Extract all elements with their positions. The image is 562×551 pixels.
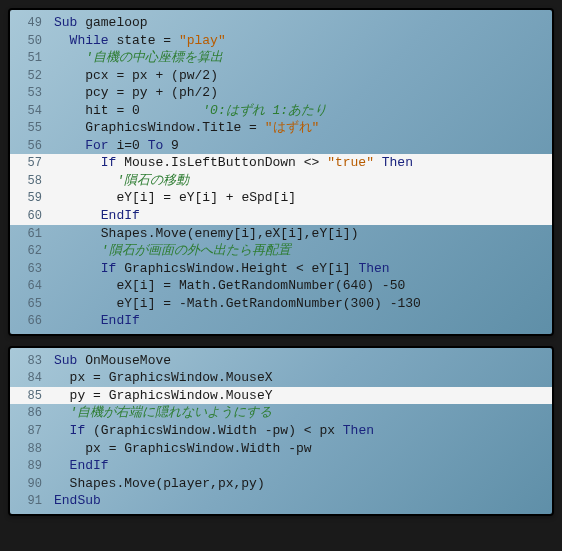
code-line[interactable]: 63 If GraphicsWindow.Height < eY[i] Then — [10, 260, 552, 278]
token-ident: eX — [116, 278, 132, 293]
token-ident: py — [70, 388, 86, 403]
code-content[interactable]: EndSub — [54, 492, 552, 510]
code-block-2: 83Sub OnMouseMove84 px = GraphicsWindow.… — [8, 346, 554, 516]
code-content[interactable]: Sub OnMouseMove — [54, 352, 552, 370]
line-number: 87 — [10, 423, 54, 439]
code-content[interactable]: px = GraphicsWindow.Width -pw — [54, 440, 552, 458]
code-line[interactable]: 53 pcy = py + (ph/2) — [10, 84, 552, 102]
token-num: 130 — [397, 296, 420, 311]
token-kw: Sub — [54, 353, 77, 368]
token-op: ( — [335, 278, 343, 293]
token-op: , — [257, 226, 265, 241]
code-content[interactable]: '隕石が画面の外へ出たら再配置 — [54, 242, 552, 260]
token-op: [ — [132, 296, 140, 311]
token-cmt: '0:はずれ 1:あたり — [202, 103, 327, 118]
token-op: ] — [288, 190, 296, 205]
token-ident: eY — [312, 226, 328, 241]
code-line[interactable]: 84 px = GraphicsWindow.MouseX — [10, 369, 552, 387]
code-line[interactable]: 90 Shapes.Move(player,px,py) — [10, 475, 552, 493]
code-line[interactable]: 49Sub gameloop — [10, 14, 552, 32]
token-ident: eX — [265, 226, 281, 241]
token-ident: i — [202, 190, 210, 205]
code-content[interactable]: px = GraphicsWindow.MouseX — [54, 369, 552, 387]
code-content[interactable]: '自機の中心座標を算出 — [54, 49, 552, 67]
token-ident: py — [132, 85, 148, 100]
line-number: 57 — [10, 155, 54, 171]
line-number: 86 — [10, 405, 54, 421]
line-number: 59 — [10, 190, 54, 206]
code-content[interactable]: If GraphicsWindow.Height < eY[i] Then — [54, 260, 552, 278]
code-content[interactable]: If (GraphicsWindow.Width -pw) < px Then — [54, 422, 552, 440]
code-line[interactable]: 57 If Mouse.IsLeftButtonDown <> "true" T… — [10, 154, 552, 172]
code-content[interactable]: If Mouse.IsLeftButtonDown <> "true" Then — [54, 154, 552, 172]
token-kw: EndSub — [54, 493, 101, 508]
code-line[interactable]: 50 While state = "play" — [10, 32, 552, 50]
code-line[interactable]: 54 hit = 0 '0:はずれ 1:あたり — [10, 102, 552, 120]
token-obj: GraphicsWindow — [109, 388, 218, 403]
code-content[interactable]: Sub gameloop — [54, 14, 552, 32]
token-ident: i — [288, 226, 296, 241]
code-line[interactable]: 89 EndIf — [10, 457, 552, 475]
code-content[interactable]: While state = "play" — [54, 32, 552, 50]
code-line[interactable]: 85 py = GraphicsWindow.MouseY — [10, 387, 552, 405]
token-op: [ — [327, 226, 335, 241]
line-number: 53 — [10, 85, 54, 101]
line-number: 58 — [10, 173, 54, 189]
code-content[interactable]: EndIf — [54, 457, 552, 475]
token-kw: Sub — [54, 15, 77, 30]
token-op: ) — [210, 68, 218, 83]
code-content[interactable]: py = GraphicsWindow.MouseY — [54, 387, 552, 405]
code-content[interactable]: pcx = px + (pw/2) — [54, 67, 552, 85]
code-content[interactable]: eY[i] = eY[i] + eSpd[i] — [54, 189, 552, 207]
code-line[interactable]: 62 '隕石が画面の外へ出たら再配置 — [10, 242, 552, 260]
code-line[interactable]: 61 Shapes.Move(enemy[i],eX[i],eY[i]) — [10, 225, 552, 243]
code-content[interactable]: EndIf — [54, 312, 552, 330]
code-content[interactable]: EndIf — [54, 207, 552, 225]
token-ident: pcy — [85, 85, 108, 100]
token-num: 640 — [343, 278, 366, 293]
line-number: 63 — [10, 261, 54, 277]
code-content[interactable]: hit = 0 '0:はずれ 1:あたり — [54, 102, 552, 120]
code-line[interactable]: 83Sub OnMouseMove — [10, 352, 552, 370]
code-line[interactable]: 60 EndIf — [10, 207, 552, 225]
code-line[interactable]: 65 eY[i] = -Math.GetRandomNumber(300) -1… — [10, 295, 552, 313]
line-number: 49 — [10, 15, 54, 31]
code-content[interactable]: Shapes.Move(player,px,py) — [54, 475, 552, 493]
code-content[interactable]: Shapes.Move(enemy[i],eX[i],eY[i]) — [54, 225, 552, 243]
code-line[interactable]: 58 '隕石の移動 — [10, 172, 552, 190]
code-content[interactable]: GraphicsWindow.Title = "はずれ" — [54, 119, 552, 137]
token-ident: i — [140, 296, 148, 311]
token-op: <> — [304, 155, 320, 170]
code-content[interactable]: '自機が右端に隠れないようにする — [54, 404, 552, 422]
token-ident: i — [140, 190, 148, 205]
code-line[interactable]: 56 For i=0 To 9 — [10, 137, 552, 155]
code-line[interactable]: 86 '自機が右端に隠れないようにする — [10, 404, 552, 422]
code-content[interactable]: '隕石の移動 — [54, 172, 552, 190]
code-line[interactable]: 51 '自機の中心座標を算出 — [10, 49, 552, 67]
code-line[interactable]: 87 If (GraphicsWindow.Width -pw) < px Th… — [10, 422, 552, 440]
token-op: < — [304, 423, 312, 438]
token-op: ] — [296, 226, 304, 241]
line-number: 56 — [10, 138, 54, 154]
code-content[interactable]: eX[i] = Math.GetRandomNumber(640) -50 — [54, 277, 552, 295]
token-op: ( — [93, 423, 101, 438]
token-op: [ — [280, 226, 288, 241]
code-line[interactable]: 66 EndIf — [10, 312, 552, 330]
token-obj: GraphicsWindow — [85, 120, 194, 135]
code-line[interactable]: 59 eY[i] = eY[i] + eSpd[i] — [10, 189, 552, 207]
code-line[interactable]: 52 pcx = px + (pw/2) — [10, 67, 552, 85]
code-content[interactable]: For i=0 To 9 — [54, 137, 552, 155]
token-cmt: '自機が右端に隠れないようにする — [70, 405, 273, 420]
code-content[interactable]: pcy = py + (ph/2) — [54, 84, 552, 102]
code-line[interactable]: 55 GraphicsWindow.Title = "はずれ" — [10, 119, 552, 137]
token-kw: If — [101, 155, 117, 170]
code-line[interactable]: 88 px = GraphicsWindow.Width -pw — [10, 440, 552, 458]
code-line[interactable]: 91EndSub — [10, 492, 552, 510]
token-op: ) — [210, 85, 218, 100]
token-num: 0 — [132, 103, 140, 118]
code-line[interactable]: 64 eX[i] = Math.GetRandomNumber(640) -50 — [10, 277, 552, 295]
token-op: ) — [351, 226, 359, 241]
token-op: [ — [327, 261, 335, 276]
token-kw: To — [148, 138, 164, 153]
code-content[interactable]: eY[i] = -Math.GetRandomNumber(300) -130 — [54, 295, 552, 313]
